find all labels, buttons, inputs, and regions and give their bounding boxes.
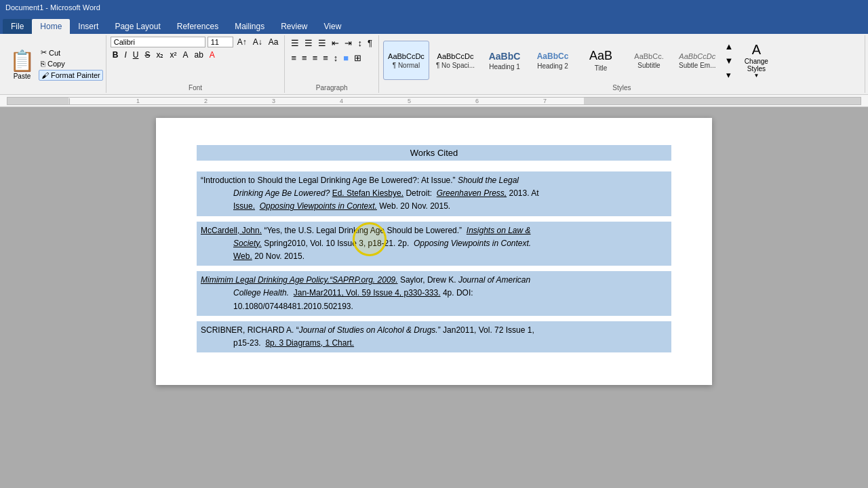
underline-button[interactable]: U — [131, 49, 141, 60]
style-heading2-name: Heading 2 — [537, 62, 568, 70]
text-effects-button[interactable]: A — [180, 49, 190, 60]
clipboard-group: 📋 Paste ✂ Cut ⎘ Copy 🖌 Format Painter — [3, 35, 106, 93]
ruler: | 1 2 3 4 5 6 7 — [0, 95, 868, 107]
citation-2: McCardell, John. “Yes, the U.S. Legal Dr… — [197, 222, 671, 266]
decrease-indent-button[interactable]: ⇤ — [330, 37, 341, 49]
citation-1-line-3: Issue. Opposing Viewpoints in Context. W… — [201, 200, 667, 213]
styles-row: AaBbCcDc ¶ Normal AaBbCcDc ¶ No Spaci...… — [383, 37, 861, 84]
clipboard-small-buttons: ✂ Cut ⎘ Copy 🖌 Format Painter — [39, 37, 103, 92]
grow-font-button[interactable]: A↑ — [235, 37, 249, 47]
change-styles-arrow: ▼ — [753, 73, 759, 79]
tab-file[interactable]: File — [3, 19, 32, 34]
subscript-button[interactable]: x₂ — [154, 49, 165, 60]
works-cited-title: Works Cited — [197, 145, 671, 161]
font-color-button[interactable]: A — [208, 49, 217, 60]
style-title-preview: AaB — [589, 49, 612, 63]
style-no-spacing-name: ¶ No Spaci... — [436, 62, 475, 69]
citation-3-line-3: 10.1080/07448481.2010.502193. — [201, 300, 667, 313]
citation-2-line-3: Web. 20 Nov. 2015. — [201, 250, 667, 263]
cut-icon: ✂ — [41, 48, 47, 57]
styles-up-button[interactable]: ▲ — [722, 40, 735, 53]
paragraph-group-label: Paragraph — [289, 84, 374, 92]
tab-mailings[interactable]: Mailings — [226, 19, 273, 34]
style-subtitle-name: Subtitle — [637, 62, 660, 69]
citation-1-line-2: Drinking Age Be Lowered? Ed. Stefan Kies… — [201, 187, 667, 200]
style-subtle-em-preview: AaBbCcDc — [679, 52, 715, 60]
strikethrough-button[interactable]: S — [142, 49, 152, 60]
paste-button[interactable]: 📋 Paste — [5, 37, 39, 92]
citation-2-line-2: Society. Spring2010, Vol. 10 Issue 3, p1… — [201, 237, 667, 250]
styles-group-label: Styles — [383, 84, 861, 92]
style-heading2-preview: AaBbCc — [537, 52, 569, 61]
styles-more-button[interactable]: ▾ — [722, 68, 735, 81]
align-left-button[interactable]: ≡ — [289, 52, 298, 64]
font-family-value: Calibri — [114, 38, 135, 46]
app-title: Document1 - Microsoft Word — [5, 3, 100, 12]
style-no-spacing[interactable]: AaBbCcDc ¶ No Spaci... — [431, 41, 479, 80]
title-bar: Document1 - Microsoft Word — [0, 0, 868, 15]
copy-button[interactable]: ⎘ Copy — [39, 59, 103, 68]
tab-page-layout[interactable]: Page Layout — [106, 19, 168, 34]
document-page[interactable]: Works Cited “Introduction to Should the … — [156, 118, 712, 385]
style-title-name: Title — [595, 64, 608, 72]
citation-4-line-2: p15-23. 8p. 3 Diagrams, 1 Chart. — [201, 337, 667, 350]
document-wrapper: Works Cited “Introduction to Should the … — [0, 107, 868, 488]
tab-view[interactable]: View — [316, 19, 350, 34]
bullets-button[interactable]: ☰ — [289, 37, 301, 49]
font-group: Calibri 11 A↑ A↓ Aa B I U S x₂ x² A ab A… — [106, 35, 285, 93]
styles-nav: ▲ ▼ ▾ — [722, 40, 735, 81]
style-subtle-em-name: Subtle Em... — [679, 62, 715, 69]
increase-indent-button[interactable]: ⇥ — [342, 37, 354, 49]
copy-label: Copy — [47, 60, 65, 68]
styles-down-button[interactable]: ▼ — [722, 54, 735, 67]
tab-review[interactable]: Review — [273, 19, 315, 34]
tab-references[interactable]: References — [169, 19, 226, 34]
change-styles-button[interactable]: A ChangeStyles ▼ — [737, 40, 775, 81]
line-spacing-button[interactable]: ↕ — [332, 52, 340, 64]
paste-icon: 📋 — [9, 49, 35, 73]
font-size-selector[interactable]: 11 — [208, 37, 233, 47]
italic-button[interactable]: I — [122, 49, 128, 60]
style-subtitle[interactable]: AaBbCc. Subtitle — [626, 41, 672, 80]
format-painter-button[interactable]: 🖌 Format Painter — [39, 70, 103, 81]
justify-button[interactable]: ≡ — [321, 52, 330, 64]
ribbon-tabs: File Home Insert Page Layout References … — [0, 15, 868, 34]
show-marks-button[interactable]: ¶ — [366, 37, 374, 49]
cut-button[interactable]: ✂ Cut — [39, 47, 103, 58]
bold-button[interactable]: B — [111, 49, 121, 60]
citation-4: SCRIBNER, RICHARD A. “Journal of Studies… — [197, 321, 671, 352]
sort-button[interactable]: ↕ — [355, 37, 364, 49]
citation-2-line-1: McCardell, John. “Yes, the U.S. Legal Dr… — [201, 224, 667, 237]
document-area: Works Cited “Introduction to Should the … — [0, 107, 868, 488]
tab-home[interactable]: Home — [32, 19, 70, 34]
multilevel-list-button[interactable]: ☰ — [316, 37, 328, 49]
font-size-value: 11 — [211, 38, 219, 46]
citation-1: “Introduction to Should the Legal Drinki… — [197, 171, 671, 216]
citation-3-line-1: Mimimim Legal Drinking Age Policy.“SAPRP… — [201, 274, 667, 287]
style-normal[interactable]: AaBbCcDc ¶ Normal — [383, 41, 429, 80]
tab-insert[interactable]: Insert — [70, 19, 106, 34]
change-styles-label: ChangeStyles — [745, 58, 768, 73]
align-right-button[interactable]: ≡ — [311, 52, 320, 64]
style-heading2[interactable]: AaBbCc Heading 2 — [530, 41, 576, 80]
style-normal-preview: AaBbCcDc — [388, 52, 425, 60]
highlight-button[interactable]: ab — [192, 49, 205, 60]
clear-format-button[interactable]: Aa — [267, 37, 281, 47]
style-subtle-em[interactable]: AaBbCcDc Subtle Em... — [674, 41, 720, 80]
style-subtitle-preview: AaBbCc. — [634, 52, 663, 60]
style-normal-name: ¶ Normal — [393, 62, 420, 69]
superscript-button[interactable]: x² — [167, 49, 178, 60]
citation-1-line-1: “Introduction to Should the Legal Drinki… — [201, 174, 667, 187]
shrink-font-button[interactable]: A↓ — [251, 37, 264, 47]
style-heading1-preview: AaBbC — [489, 51, 521, 62]
shading-button[interactable]: ■ — [341, 52, 351, 64]
font-family-selector[interactable]: Calibri — [111, 37, 205, 47]
style-heading1[interactable]: AaBbC Heading 1 — [481, 41, 528, 80]
style-no-spacing-preview: AaBbCcDc — [437, 52, 474, 60]
font-group-label: Font — [111, 84, 281, 92]
numbering-button[interactable]: ☰ — [302, 37, 315, 49]
align-center-button[interactable]: ≡ — [300, 52, 309, 64]
borders-button[interactable]: ⊞ — [352, 52, 363, 64]
style-title[interactable]: AaB Title — [578, 41, 624, 80]
citation-3-line-2: College Health. Jan-Mar2011, Vol. 59 Iss… — [201, 287, 667, 300]
